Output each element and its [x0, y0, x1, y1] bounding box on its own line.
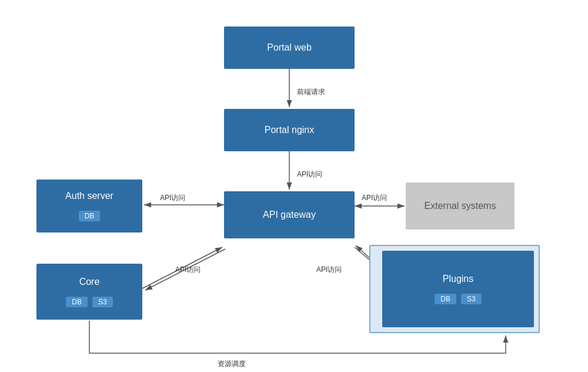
core-s3-badge: S3 [92, 297, 113, 307]
plugins-db-badge: DB [435, 294, 456, 304]
portal-web-label: Portal web [267, 42, 312, 53]
portal-nginx-label: Portal nginx [265, 125, 315, 135]
core-label: Core [79, 277, 100, 287]
auth-server-box: Auth server DB [36, 180, 142, 232]
plugins-container: Plugins DB S3 [369, 245, 540, 333]
label-api-access-3: API访问 [362, 193, 387, 203]
api-gateway-label: API gateway [263, 210, 316, 220]
external-systems-label: External systems [425, 201, 496, 211]
core-box: Core DB S3 [36, 264, 142, 320]
portal-nginx-box: Portal nginx [224, 109, 355, 151]
portal-web-box: Portal web [224, 26, 355, 69]
core-db-badge: DB [66, 297, 88, 307]
label-api-access-1: API访问 [297, 170, 322, 180]
label-api-access-5: API访问 [316, 265, 342, 275]
plugins-s3-badge: S3 [461, 294, 482, 304]
label-frontend-request: 前端请求 [297, 87, 325, 97]
plugins-box: Plugins DB S3 [382, 251, 534, 327]
architecture-diagram: 前端请求 API访问 API访问 API访问 API访问 API访问 资源调度 … [0, 0, 588, 372]
plugins-label: Plugins [443, 274, 473, 284]
auth-server-db-badge: DB [79, 211, 101, 221]
api-gateway-box: API gateway [224, 191, 355, 238]
label-api-access-4: API访问 [175, 265, 201, 275]
label-api-access-2: API访问 [160, 193, 185, 203]
auth-server-label: Auth server [65, 191, 113, 201]
label-resource-scheduling: 资源调度 [218, 359, 246, 369]
external-systems-box: External systems [406, 182, 514, 230]
